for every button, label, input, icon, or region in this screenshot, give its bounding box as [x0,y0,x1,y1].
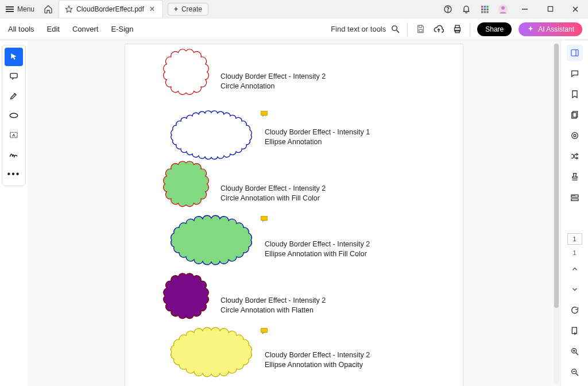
shuffle-panel[interactable] [567,148,583,164]
svg-marker-0 [65,6,72,12]
page-number-input[interactable]: 1 [567,233,582,245]
svg-point-13 [501,6,505,9]
print-icon [452,24,462,34]
divider [407,22,408,36]
svg-rect-25 [10,74,17,78]
svg-point-18 [392,26,397,31]
ai-assistant-label: AI Assistant [538,25,574,33]
svg-rect-23 [455,25,459,28]
annotation-cloud-ellipse-green[interactable] [158,214,264,269]
account-avatar[interactable] [494,0,512,18]
select-tool[interactable] [5,48,23,66]
annotation-label: Circle Annotation [220,82,275,90]
chevron-down-icon [571,286,578,293]
find-label: Find text or tools [331,25,386,33]
find-tool[interactable]: Find text or tools [331,24,400,34]
svg-rect-8 [486,8,488,10]
notifications-button[interactable] [457,0,475,18]
highlight-tool[interactable] [5,87,23,105]
window-maximize[interactable] [537,0,563,18]
ruler-icon [570,193,579,202]
help-button[interactable] [439,0,457,18]
note-icon[interactable] [261,328,268,334]
target-panel[interactable] [567,128,583,144]
chevron-up-icon [571,265,578,272]
svg-line-19 [397,30,399,33]
divider [470,22,470,36]
annotation-label: Cloudy Border Effect - Intensity 2 [220,296,326,304]
doc-arrow-icon [570,326,579,335]
rotate-button[interactable] [567,302,583,318]
menu-all-tools[interactable]: All tools [6,25,37,33]
annotation-cloud-ellipse-yellow[interactable] [158,326,264,381]
ai-assistant-button[interactable]: AI Assistant [519,22,582,36]
bell-icon [462,5,471,14]
zoom-in-icon [570,347,579,356]
svg-point-36 [571,133,578,139]
sign-icon [9,150,19,159]
zoom-out-icon [570,368,579,377]
tab-title: CloudBorderEffect.pdf [76,5,144,13]
page-up[interactable] [567,261,583,277]
annotation-label: Cloudy Border Effect - Intensity 2 [265,351,370,359]
apps-button[interactable] [475,0,494,18]
menu-button[interactable]: Menu [0,0,40,18]
panel-toggle[interactable] [567,45,583,61]
page-current: 1 [572,236,576,242]
bookmarks-panel[interactable] [567,86,583,102]
target-icon [570,131,579,140]
vertical-scrollbar[interactable] [554,43,559,384]
bookmark-icon [570,90,579,99]
more-tools[interactable]: ••• [5,165,23,183]
draw-tool[interactable] [5,106,23,125]
cursor-icon [9,52,18,61]
comments-panel[interactable] [567,65,583,82]
close-tab-button[interactable]: × [148,4,157,14]
svg-rect-7 [484,8,486,10]
search-icon [390,24,400,34]
annotation-label: Ellipse Annotation with Opacity [265,361,363,369]
share-button[interactable]: Share [477,22,512,36]
comment-tool[interactable] [5,67,23,86]
ruler-panel[interactable] [567,190,583,206]
pdf-page[interactable]: Cloudy Border Effect - Intensity 2 Circl… [125,44,463,386]
sign-tool[interactable] [5,145,23,164]
create-button[interactable]: + Create [168,3,208,16]
window-close[interactable] [563,0,588,18]
window-minimize[interactable] [512,0,537,18]
menu-convert[interactable]: Convert [70,25,101,33]
menu-edit[interactable]: Edit [45,25,62,33]
save-button[interactable] [415,24,426,35]
home-button[interactable] [40,0,56,18]
shuffle-icon [570,152,579,161]
annotation-label: Cloudy Border Effect - Intensity 2 [220,72,326,80]
page-display-button[interactable] [567,323,583,339]
annotation-label: Circle Annotation with Fill Color [220,194,320,202]
zoom-out-button[interactable] [567,364,583,380]
annotation-label: Cloudy Border Effect - Intensity 1 [265,128,370,136]
menu-esign[interactable]: E-Sign [109,25,136,33]
zoom-in-button[interactable] [567,343,583,360]
note-icon[interactable] [261,111,268,117]
help-icon [443,5,452,14]
page-down[interactable] [567,281,583,298]
textbox-tool[interactable]: A [5,126,23,144]
avatar-icon [498,4,508,14]
annotation-cloud-circle-green[interactable] [158,159,214,214]
annotation-cloud-circle-purple[interactable] [158,271,214,326]
annotation-cloud-ellipse-blue[interactable] [158,107,264,163]
note-icon[interactable] [261,216,268,222]
svg-rect-3 [481,6,483,7]
svg-rect-43 [571,199,578,200]
sparkle-icon [527,25,535,33]
print-button[interactable] [451,24,463,35]
annotation-cloud-circle-red[interactable] [158,47,214,102]
upload-button[interactable] [433,24,444,35]
svg-rect-6 [481,8,483,10]
svg-rect-11 [486,11,488,13]
thumbnails-panel[interactable] [567,107,583,123]
document-tab[interactable]: CloudBorderEffect.pdf × [59,0,163,18]
scrollbar-thumb[interactable] [554,44,559,308]
stamp-panel[interactable] [567,169,583,185]
chat-icon [570,69,579,78]
